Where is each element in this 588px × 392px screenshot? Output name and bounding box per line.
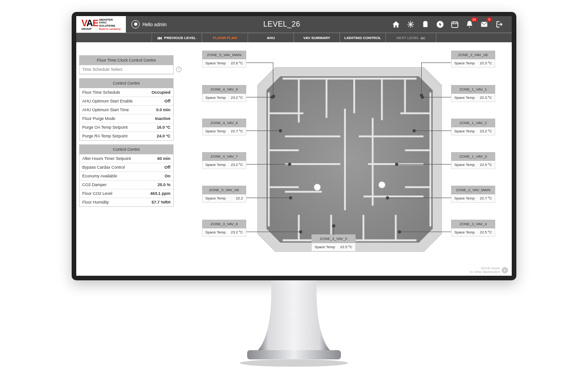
row-label: Floor Purge Mode (82, 116, 115, 121)
bolt-icon[interactable] (435, 20, 445, 29)
row-label: Purge RA Temp Setpoint (82, 134, 127, 138)
row-value: 24.0 ºC (157, 134, 170, 138)
zone-card[interactable]: ZONE_2_VAV_MAINSpace Temp22.7 ºC (451, 186, 495, 203)
zone-card[interactable]: ZONE_4_VAV_9Space Temp23.2 ºC (202, 85, 246, 102)
zone-name: ZONE_1_VAV_2 (451, 119, 495, 127)
panel-row: Bypass Cardax ControlOff (79, 163, 173, 172)
zone-card[interactable]: ZONE_3_VAV_4Space Temp22.5 ºC (451, 220, 495, 237)
monitor-frame: VAE GROUP SMARTER HVAC SOLUTIONS Built i… (72, 12, 516, 280)
zone-card[interactable]: ZONE_2_VAV_SESpace Temp22.3 ºC (451, 51, 495, 68)
mail-icon[interactable]: 9 (480, 20, 489, 29)
panel-row: Economy AvailableOn (79, 172, 173, 181)
panel-control-centre-2: Control Centre After Hours Timer Setpoin… (79, 144, 174, 207)
tab-lighting-control[interactable]: LIGHTING CONTROL (340, 33, 386, 42)
panel-row: AHU Optimum Start EnableOff (79, 97, 173, 106)
zone-name: ZONE_5_VAV_MAIN (202, 51, 246, 59)
svg-rect-7 (247, 350, 341, 359)
zone-name: ZONE_3_VAV_4 (451, 220, 495, 228)
svg-rect-0 (423, 22, 427, 27)
row-label: AHU Optimum Start Time (82, 108, 129, 112)
zone-name: ZONE_2_VAV_SE (451, 51, 495, 59)
zone-temp-label: Space Temp (205, 196, 226, 200)
tab-floor-plan[interactable]: FLOOR PLAN (202, 33, 248, 42)
zone-name: ZONE_3_VAV_6 (202, 220, 246, 228)
chevron-last-icon: ⏭ (421, 35, 425, 40)
app-header: VAE GROUP SMARTER HVAC SOLUTIONS Built i… (76, 16, 512, 33)
zone-temp-value: 23.2 ºC (480, 129, 492, 133)
chevron-down-icon: ▾ (502, 267, 508, 273)
zone-temp-label: Space Temp (454, 196, 475, 200)
zone-temp-value: 22.5 ºC (480, 230, 492, 234)
zone-card[interactable]: ZONE_3_VAV_5Space Temp22.5 ºC (311, 234, 356, 251)
zone-temp-label: Space Temp (205, 61, 226, 65)
row-value: On (165, 174, 171, 178)
zone-temp-value: 22.7 ºC (231, 129, 243, 133)
zone-card[interactable]: ZONE_1_VAV_2Space Temp23.2 ºC (451, 119, 495, 136)
tab-vav-summary[interactable]: VAV SUMMARY (294, 33, 340, 42)
zone-temp-value: 22.5 ºC (340, 245, 353, 249)
row-value: 0.0 min (156, 108, 170, 112)
zone-card[interactable]: ZONE_5_VAV_SESpace Temp22.2 (202, 186, 246, 203)
tab-ahu[interactable]: AHU (248, 33, 294, 42)
zone-name: ZONE_5_VAV_SE (202, 186, 246, 194)
tab-previous-level[interactable]: ⏮ PREVIOUS LEVEL (152, 33, 202, 42)
snowflake-icon[interactable] (406, 20, 415, 29)
row-label: After Hours Timer Setpoint (82, 156, 131, 161)
zone-temp-label: Space Temp (454, 230, 475, 234)
zone-card[interactable]: ZONE_1_VAV_1Space Temp22.3 ºC (451, 85, 495, 102)
zone-name: ZONE_4_VAV_7 (202, 152, 246, 161)
row-label: Floor Time Schedule (82, 90, 120, 95)
left-sidebar: Floor Time Clock Control Centre Control … (79, 55, 174, 210)
home-icon[interactable] (391, 20, 401, 29)
row-value: Inactive (155, 116, 170, 121)
zone-temp-label: Space Temp (454, 61, 475, 65)
zone-card[interactable]: ZONE_1_VAV_3Space Temp22.9 ºC (451, 152, 495, 169)
bell-icon[interactable]: 24 (465, 20, 474, 29)
zone-temp-value: 23.2 ºC (231, 230, 243, 234)
scroll-hint: Scroll down to view dashboard ▾ (470, 267, 508, 274)
zone-name: ZONE_1_VAV_1 (451, 85, 495, 94)
floor-plan-image (257, 67, 442, 252)
panel-row: Floor Humidity57.7 %RH (79, 198, 173, 206)
panel-time-clock-header: Floor Time Clock Control Centre (79, 56, 173, 65)
row-label: Floor CO2 Level (82, 191, 113, 196)
panel-row: CO2 Damper25.0 % (79, 181, 173, 189)
panel-row: Purge OA Temp Setpoint16.0 ºC (79, 123, 173, 132)
zone-card[interactable]: ZONE_5_VAV_MAINSpace Temp22.6 ºC (202, 51, 246, 68)
toolbar-icons: 24 9 (391, 20, 512, 29)
panel-row: Floor Time ScheduleOccupied (79, 88, 173, 97)
row-value: 57.7 %RH (152, 200, 170, 205)
monitor-stand (239, 278, 349, 368)
logout-icon[interactable] (494, 20, 503, 29)
zone-card[interactable]: ZONE_4_VAV_8Space Temp22.7 ºC (202, 119, 246, 136)
zone-card[interactable]: ZONE_3_VAV_6Space Temp23.2 ºC (202, 220, 246, 237)
zone-temp-label: Space Temp (205, 230, 226, 234)
zone-temp-label: Space Temp (205, 163, 226, 167)
zone-temp-value: 22.6 ºC (231, 61, 243, 65)
svg-rect-3 (452, 22, 458, 28)
zone-temp-value: 22.3 ºC (480, 61, 492, 65)
mail-badge: 9 (486, 17, 492, 22)
tab-next-level[interactable]: NEXT LEVEL ⏭ (386, 33, 436, 42)
floor-plan-area: ZONE_5_VAV_MAINSpace Temp22.6 ºC ZONE_4_… (205, 51, 499, 276)
zone-temp-value: 22.7 ºC (480, 196, 492, 200)
greeting-text: Hello admin (142, 22, 167, 27)
calendar-icon[interactable] (450, 20, 459, 29)
main-area: Floor Time Clock Control Centre Control … (76, 42, 512, 276)
row-value: Occupied (152, 90, 170, 95)
time-schedule-select-row[interactable] (79, 65, 173, 74)
zone-temp-label: Space Temp (315, 245, 335, 249)
logo-tagline: SMARTER HVAC SOLUTIONS Built in certaint… (99, 18, 121, 30)
zone-name: ZONE_1_VAV_3 (451, 152, 495, 161)
row-label: AHU Optimum Start Enable (82, 99, 133, 103)
zone-card[interactable]: ZONE_4_VAV_7Space Temp23.2 ºC (202, 152, 246, 169)
time-schedule-input[interactable] (82, 67, 170, 72)
panel-time-clock: Floor Time Clock Control Centre (79, 55, 174, 74)
clipboard-icon[interactable] (421, 20, 430, 29)
panel-row: After Hours Timer Setpoint60 min (79, 154, 173, 163)
row-value: 463.1 ppm (150, 191, 170, 196)
zone-name: ZONE_4_VAV_9 (202, 85, 246, 94)
user-greeting[interactable]: Hello admin (126, 20, 172, 28)
zone-temp-label: Space Temp (205, 129, 226, 133)
zone-name: ZONE_3_VAV_5 (311, 234, 356, 243)
